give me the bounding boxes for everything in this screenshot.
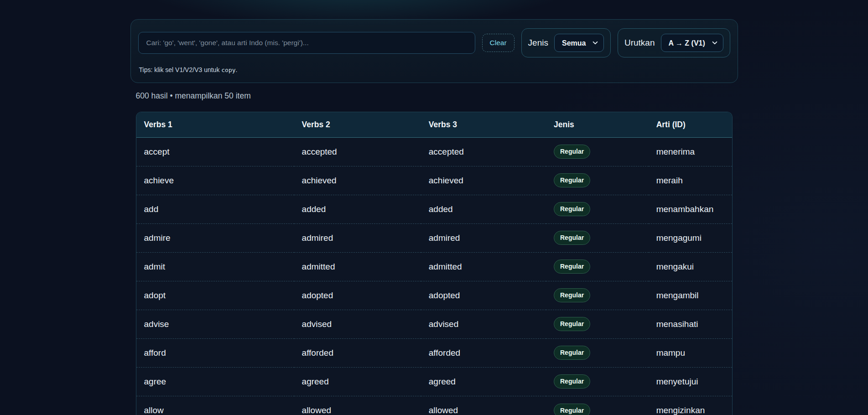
- verb1-cell[interactable]: accept: [136, 137, 294, 166]
- jenis-badge: Regular: [554, 173, 590, 187]
- arti-cell: menyetujui: [649, 367, 732, 396]
- table-row: afford afforded afforded Regular mampu: [136, 338, 732, 367]
- column-header-verbs1: Verbs 1: [136, 112, 294, 137]
- jenis-cell: Regular: [546, 396, 649, 415]
- verb2-cell[interactable]: allowed: [294, 396, 421, 415]
- verb2-cell[interactable]: admired: [294, 223, 421, 252]
- toolbar-row: Clear Jenis Semua Urutkan: [138, 28, 730, 57]
- jenis-badge: Regular: [554, 145, 590, 158]
- clear-button[interactable]: Clear: [482, 34, 515, 52]
- jenis-filter-group: Jenis Semua: [521, 28, 611, 57]
- urutkan-select[interactable]: A → Z (V1): [661, 34, 723, 52]
- verb3-cell[interactable]: allowed: [421, 396, 546, 415]
- arti-cell: menerima: [649, 137, 732, 166]
- verbs-table-wrap: Verbs 1 Verbs 2 Verbs 3 Jenis Arti (ID) …: [136, 112, 733, 415]
- table-row: allow allowed allowed Regular mengizinka…: [136, 396, 732, 415]
- arti-cell: mengambil: [649, 281, 732, 310]
- arti-cell: mengakui: [649, 252, 732, 281]
- verb1-cell[interactable]: agree: [136, 367, 294, 396]
- tips-prefix: Tips: klik sel V1/V2/V3 untuk: [139, 66, 222, 73]
- verb1-cell[interactable]: allow: [136, 396, 294, 415]
- verb1-cell[interactable]: add: [136, 195, 294, 223]
- verb3-cell[interactable]: admired: [421, 223, 546, 252]
- jenis-cell: Regular: [546, 310, 649, 338]
- verb1-cell[interactable]: admire: [136, 223, 294, 252]
- jenis-select-wrap: Semua: [554, 34, 604, 52]
- verb2-cell[interactable]: agreed: [294, 367, 421, 396]
- jenis-badge: Regular: [554, 202, 590, 216]
- search-input[interactable]: [138, 32, 475, 54]
- urutkan-filter-group: Urutkan A → Z (V1): [618, 28, 730, 57]
- arti-cell: mengagumi: [649, 223, 732, 252]
- arti-cell: meraih: [649, 166, 732, 195]
- column-header-verbs2: Verbs 2: [294, 112, 421, 137]
- jenis-cell: Regular: [546, 195, 649, 223]
- verb3-cell[interactable]: advised: [421, 310, 546, 338]
- jenis-badge: Regular: [554, 346, 590, 359]
- tips-text: Tips: klik sel V1/V2/V3 untuk copy.: [139, 66, 729, 73]
- table-row: achieve achieved achieved Regular meraih: [136, 166, 732, 195]
- tips-suffix: .: [236, 66, 238, 73]
- verb2-cell[interactable]: advised: [294, 310, 421, 338]
- jenis-label: Jenis: [528, 38, 548, 48]
- verb2-cell[interactable]: accepted: [294, 137, 421, 166]
- filter-panel: Clear Jenis Semua Urutkan: [130, 19, 738, 83]
- jenis-badge: Regular: [554, 288, 590, 302]
- table-header-row: Verbs 1 Verbs 2 Verbs 3 Jenis Arti (ID): [136, 112, 732, 137]
- table-row: accept accepted accepted Regular menerim…: [136, 137, 732, 166]
- jenis-cell: Regular: [546, 367, 649, 396]
- jenis-cell: Regular: [546, 281, 649, 310]
- verb2-cell[interactable]: afforded: [294, 338, 421, 367]
- verb3-cell[interactable]: adopted: [421, 281, 546, 310]
- verb3-cell[interactable]: agreed: [421, 367, 546, 396]
- table-body: accept accepted accepted Regular menerim…: [136, 137, 732, 415]
- arti-cell: menasihati: [649, 310, 732, 338]
- jenis-badge: Regular: [554, 317, 590, 331]
- jenis-badge: Regular: [554, 231, 590, 244]
- column-header-jenis: Jenis: [546, 112, 649, 137]
- verb3-cell[interactable]: added: [421, 195, 546, 223]
- urutkan-select-wrap: A → Z (V1): [661, 34, 723, 52]
- verb1-cell[interactable]: advise: [136, 310, 294, 338]
- verb3-cell[interactable]: admitted: [421, 252, 546, 281]
- table-row: adopt adopted adopted Regular mengambil: [136, 281, 732, 310]
- jenis-cell: Regular: [546, 338, 649, 367]
- verb2-cell[interactable]: added: [294, 195, 421, 223]
- verb2-cell[interactable]: achieved: [294, 166, 421, 195]
- content-container: Clear Jenis Semua Urutkan: [130, 0, 738, 415]
- verb1-cell[interactable]: achieve: [136, 166, 294, 195]
- table-row: advise advised advised Regular menasihat…: [136, 310, 732, 338]
- urutkan-label: Urutkan: [624, 38, 655, 48]
- jenis-badge: Regular: [554, 404, 590, 415]
- jenis-select[interactable]: Semua: [554, 34, 604, 52]
- jenis-cell: Regular: [546, 252, 649, 281]
- jenis-cell: Regular: [546, 137, 649, 166]
- verb2-cell[interactable]: adopted: [294, 281, 421, 310]
- arti-cell: mengizinkan: [649, 396, 732, 415]
- column-header-verbs3: Verbs 3: [421, 112, 546, 137]
- verb1-cell[interactable]: adopt: [136, 281, 294, 310]
- table-row: admit admitted admitted Regular mengakui: [136, 252, 732, 281]
- jenis-badge: Regular: [554, 374, 590, 388]
- verbs-table: Verbs 1 Verbs 2 Verbs 3 Jenis Arti (ID) …: [136, 112, 732, 415]
- verb3-cell[interactable]: achieved: [421, 166, 546, 195]
- verb1-cell[interactable]: admit: [136, 252, 294, 281]
- verb3-cell[interactable]: accepted: [421, 137, 546, 166]
- verb2-cell[interactable]: admitted: [294, 252, 421, 281]
- table-row: agree agreed agreed Regular menyetujui: [136, 367, 732, 396]
- results-summary: 600 hasil • menampilkan 50 item: [136, 91, 733, 101]
- jenis-cell: Regular: [546, 166, 649, 195]
- jenis-badge: Regular: [554, 259, 590, 273]
- verb1-cell[interactable]: afford: [136, 338, 294, 367]
- tips-code: copy: [221, 67, 235, 73]
- jenis-cell: Regular: [546, 223, 649, 252]
- verb3-cell[interactable]: afforded: [421, 338, 546, 367]
- arti-cell: menambahkan: [649, 195, 732, 223]
- arti-cell: mampu: [649, 338, 732, 367]
- table-row: add added added Regular menambahkan: [136, 195, 732, 223]
- table-row: admire admired admired Regular mengagumi: [136, 223, 732, 252]
- column-header-arti: Arti (ID): [649, 112, 732, 137]
